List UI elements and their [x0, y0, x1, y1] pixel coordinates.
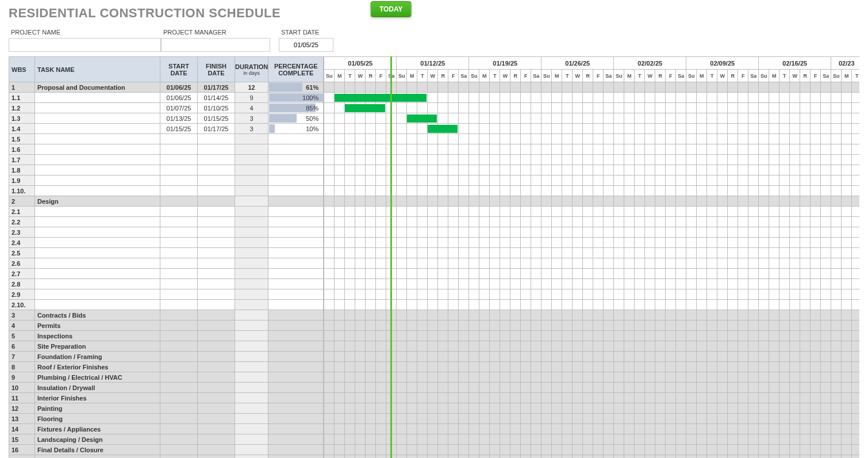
gantt-cell[interactable]	[335, 248, 345, 258]
pct-cell[interactable]: 61%	[268, 82, 324, 93]
gantt-cell[interactable]	[697, 434, 707, 445]
gantt-cell[interactable]	[697, 113, 707, 124]
gantt-cell[interactable]	[324, 196, 335, 207]
gantt-cell[interactable]	[614, 372, 624, 383]
duration-cell[interactable]: 9	[235, 93, 268, 103]
gantt-cell[interactable]	[635, 227, 645, 238]
gantt-cell[interactable]	[521, 227, 531, 238]
duration-cell[interactable]	[235, 207, 268, 217]
gantt-cell[interactable]	[707, 186, 717, 196]
gantt-cell[interactable]	[438, 155, 448, 165]
wbs-cell[interactable]: 3	[9, 310, 35, 320]
gantt-cell[interactable]	[707, 144, 717, 155]
gantt-cell[interactable]	[604, 362, 614, 372]
gantt-cell[interactable]	[686, 175, 697, 186]
gantt-cell[interactable]	[666, 248, 676, 258]
gantt-cell[interactable]	[479, 300, 490, 310]
gantt-cell[interactable]	[624, 372, 635, 383]
gantt-cell[interactable]	[790, 269, 800, 279]
gantt-cell[interactable]	[583, 434, 593, 445]
gantt-cell[interactable]	[635, 144, 645, 155]
gantt-cell[interactable]	[821, 207, 831, 217]
gantt-cell[interactable]	[562, 289, 573, 300]
gantt-cell[interactable]	[531, 393, 541, 403]
gantt-cell[interactable]	[759, 82, 769, 93]
gantt-cell[interactable]	[790, 165, 800, 175]
gantt-cell[interactable]	[790, 331, 800, 341]
gantt-cell[interactable]	[345, 393, 355, 403]
gantt-cell[interactable]	[376, 258, 386, 269]
gantt-cell[interactable]	[655, 144, 666, 155]
gantt-cell[interactable]	[469, 165, 479, 175]
gantt-cell[interactable]	[728, 165, 738, 175]
gantt-cell[interactable]	[510, 403, 521, 414]
start-cell[interactable]	[160, 455, 198, 459]
gantt-cell[interactable]	[469, 414, 479, 424]
finish-cell[interactable]: 01/17/25	[198, 124, 235, 134]
gantt-cell[interactable]	[417, 124, 428, 134]
gantt-cell[interactable]	[831, 196, 842, 207]
gantt-cell[interactable]	[604, 186, 614, 196]
gantt-cell[interactable]	[438, 175, 448, 186]
gantt-cell[interactable]	[541, 124, 552, 134]
gantt-cell[interactable]	[624, 300, 635, 310]
gantt-cell[interactable]	[676, 144, 686, 155]
gantt-cell[interactable]	[469, 289, 479, 300]
finish-cell[interactable]	[198, 279, 235, 289]
gantt-cell[interactable]	[831, 217, 842, 227]
gantt-cell[interactable]	[635, 331, 645, 341]
gantt-cell[interactable]	[821, 393, 831, 403]
gantt-cell[interactable]	[417, 289, 428, 300]
pct-cell[interactable]	[268, 269, 324, 279]
gantt-cell[interactable]	[593, 445, 604, 455]
gantt-cell[interactable]	[345, 269, 355, 279]
gantt-cell[interactable]	[666, 103, 676, 113]
gantt-cell[interactable]	[686, 383, 697, 393]
gantt-cell[interactable]	[697, 341, 707, 352]
gantt-cell[interactable]	[376, 424, 386, 434]
gantt-cell[interactable]	[562, 372, 573, 383]
gantt-cell[interactable]	[345, 289, 355, 300]
finish-cell[interactable]: 01/14/25	[198, 93, 235, 103]
gantt-cell[interactable]	[821, 186, 831, 196]
gantt-cell[interactable]	[728, 196, 738, 207]
gantt-cell[interactable]	[490, 424, 500, 434]
gantt-cell[interactable]	[397, 300, 407, 310]
gantt-cell[interactable]	[748, 289, 759, 300]
gantt-cell[interactable]	[593, 134, 604, 144]
task-cell[interactable]	[35, 155, 160, 165]
task-row[interactable]: 2Design	[9, 196, 324, 207]
gantt-cell[interactable]	[821, 372, 831, 383]
gantt-cell[interactable]	[324, 414, 335, 424]
gantt-cell[interactable]	[459, 238, 469, 248]
gantt-cell[interactable]	[717, 144, 728, 155]
gantt-cell[interactable]	[759, 352, 769, 362]
gantt-cell[interactable]	[335, 352, 345, 362]
gantt-cell[interactable]	[583, 269, 593, 279]
task-cell[interactable]: Flooring	[35, 414, 160, 424]
gantt-cell[interactable]	[510, 134, 521, 144]
gantt-cell[interactable]	[531, 352, 541, 362]
gantt-cell[interactable]	[583, 134, 593, 144]
start-cell[interactable]	[160, 238, 198, 248]
gantt-cell[interactable]	[811, 175, 821, 186]
gantt-cell[interactable]	[459, 207, 469, 217]
gantt-cell[interactable]	[842, 155, 852, 165]
gantt-cell[interactable]	[842, 103, 852, 113]
gantt-cell[interactable]	[438, 186, 448, 196]
gantt-cell[interactable]	[428, 134, 438, 144]
duration-cell[interactable]	[235, 227, 268, 238]
gantt-cell[interactable]	[469, 310, 479, 320]
pct-cell[interactable]	[268, 393, 324, 403]
gantt-cell[interactable]	[842, 217, 852, 227]
gantt-cell[interactable]	[728, 341, 738, 352]
gantt-cell[interactable]	[769, 320, 779, 331]
gantt-cell[interactable]	[769, 93, 779, 103]
gantt-cell[interactable]	[697, 207, 707, 217]
gantt-cell[interactable]	[738, 227, 748, 238]
gantt-cell[interactable]	[355, 352, 366, 362]
gantt-cell[interactable]	[479, 227, 490, 238]
gantt-cell[interactable]	[469, 352, 479, 362]
task-row[interactable]: 8Roof / Exterior Finishes	[9, 362, 324, 372]
gantt-cell[interactable]	[376, 383, 386, 393]
